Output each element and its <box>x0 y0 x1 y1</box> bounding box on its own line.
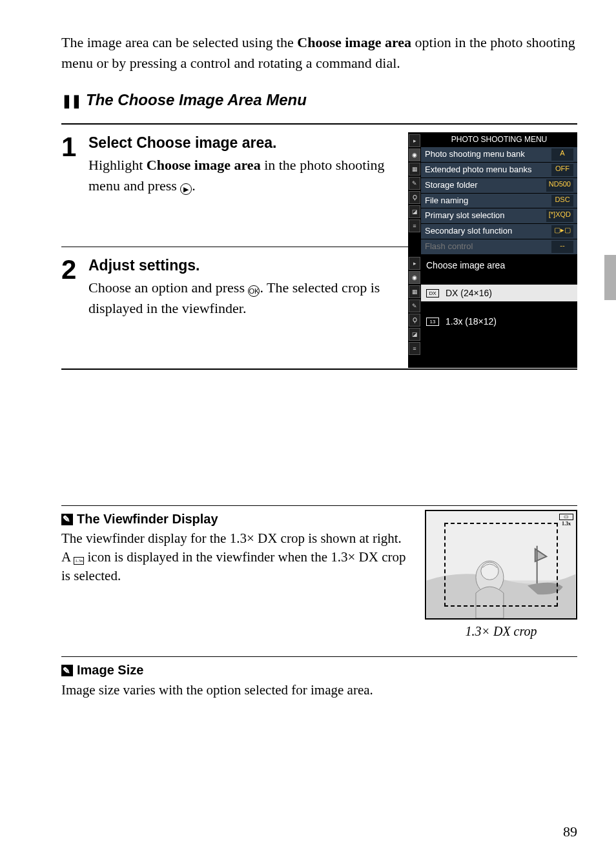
step-desc-a: Highlight <box>88 157 147 173</box>
intro-bold: Choose image area <box>297 34 411 50</box>
tab-icon: ▦ <box>409 163 420 176</box>
menu-row: Primary slot selection[*]XQD <box>421 208 577 224</box>
option-13x: 131.3x (18×12) <box>421 313 577 330</box>
step-1: 1 Select Choose image area. Highlight Ch… <box>61 125 577 247</box>
tab-icon: ▸ <box>409 134 420 147</box>
note-title-text: The Viewfinder Display <box>77 512 218 526</box>
menu-row-value: ND500 <box>546 179 573 192</box>
tab-icon: ◪ <box>409 328 420 341</box>
menu-row-value: A <box>551 148 573 161</box>
note-text: The Viewfinder Display The viewfinder di… <box>61 510 412 641</box>
section-heading: The Choose Image Area Menu <box>61 89 577 112</box>
intro-paragraph: The image area can be selected using the… <box>61 32 577 74</box>
note-viewfinder: The Viewfinder Display The viewfinder di… <box>61 505 577 641</box>
menu-row-label: Storage folder <box>425 179 478 192</box>
viewfinder-caption: 1.3× DX crop <box>425 622 577 641</box>
menu-row: Storage folderND500 <box>421 178 577 194</box>
note-title-text: Image Size <box>77 663 143 677</box>
note-body-b: icon is displayed in the viewfinder when… <box>61 549 406 583</box>
step-title-bold: Choose image area <box>136 134 272 151</box>
tab-icon: ◉ <box>409 148 420 161</box>
menu-row-label: Primary slot selection <box>425 210 505 222</box>
note-image-size: Image Size Image size varies with the op… <box>61 656 577 700</box>
tab-icon: Ϙ <box>409 314 420 327</box>
step-description: Choose an option and press OK. The selec… <box>88 278 396 319</box>
crop-frame <box>444 523 558 607</box>
intro-text-1: The image area can be selected using the <box>61 34 297 50</box>
menu-row: File namingDSC <box>421 194 577 209</box>
step-description: Highlight Choose image area in the photo… <box>88 155 396 196</box>
step-title-post: . <box>272 134 276 151</box>
step-title: Adjust settings. <box>88 255 396 276</box>
viewfinder-illustration: ▭ 1.3x 1.3× DX crop <box>425 510 577 641</box>
menu-row: Extended photo menu banksOFF <box>421 163 577 178</box>
tab-icon: ✎ <box>409 299 420 312</box>
steps-list: 1 Select Choose image area. Highlight Ch… <box>61 123 577 370</box>
menu-row: Secondary slot function▢▸▢ <box>421 224 577 239</box>
menu-row-label: File naming <box>425 195 468 207</box>
tab-icon: ≡ <box>409 342 420 355</box>
crop-icon: DX <box>426 289 439 298</box>
tab-icon: ◉ <box>409 271 420 284</box>
step-title: Select Choose image area. <box>88 132 396 154</box>
note-icon <box>61 665 73 676</box>
note-icon <box>61 514 73 525</box>
tab-icon: ◪ <box>409 205 420 218</box>
menu-row-value: OFF <box>551 164 573 176</box>
menu-row: Photo shooting menu bankA <box>421 147 577 163</box>
menu-row-label: Extended photo menu banks <box>425 164 532 176</box>
menu-row-label: Photo shooting menu bank <box>425 148 525 161</box>
page-edge-tab <box>604 255 616 300</box>
step-2: 2 Adjust settings. Choose an option and … <box>61 247 577 370</box>
notes-section: The Viewfinder Display The viewfinder di… <box>61 505 577 700</box>
menu-row-label: Secondary slot function <box>425 225 512 237</box>
menu-row-value: [*]XQD <box>546 210 573 222</box>
note-title: Image Size <box>61 661 577 680</box>
crop-indicator-icon: 1.3x <box>74 557 84 565</box>
menu-row-value: ▢▸▢ <box>551 225 573 237</box>
menu-title: PHOTO SHOOTING MENU <box>421 132 577 147</box>
option-label: DX (24×16) <box>446 287 492 299</box>
note-title: The Viewfinder Display <box>61 510 412 528</box>
crop-icon: 13 <box>426 318 439 326</box>
camera-menu-screenshot-2: ▸ ◉ ▦ ✎ Ϙ ◪ ≡ Choose image area DXDX (24… <box>408 255 577 368</box>
menu-content: Choose image area DXDX (24×16) 131.3x (1… <box>421 255 577 368</box>
viewfinder-frame: ▭ 1.3x <box>425 510 577 620</box>
badge-top: ▭ <box>559 514 573 520</box>
step-number: 2 <box>61 255 88 357</box>
menu-tab-strip: ▸ ◉ ▦ ✎ Ϙ ◪ ≡ <box>408 255 421 368</box>
page-number: 89 <box>563 822 577 842</box>
tab-icon: ✎ <box>409 177 420 190</box>
tab-icon: ▸ <box>409 257 420 270</box>
multi-selector-right-icon: ▶ <box>180 183 192 195</box>
step-desc-d: . <box>192 177 196 194</box>
crop-badge-icon: ▭ 1.3x <box>559 514 573 528</box>
step-desc-a: Choose an option and press <box>88 279 248 296</box>
ok-button-icon: OK <box>248 285 260 297</box>
option-dx: DXDX (24×16) <box>421 285 577 301</box>
step-title-pre: Select <box>88 134 136 151</box>
step-number: 1 <box>61 132 88 235</box>
tab-icon: ≡ <box>409 219 420 232</box>
tab-icon: Ϙ <box>409 191 420 204</box>
tab-icon: ▦ <box>409 285 420 298</box>
menu-row-value: DSC <box>551 195 573 207</box>
submenu-title: Choose image area <box>421 257 577 273</box>
step-desc-b: Choose image area <box>147 157 261 173</box>
option-label: 1.3x (18×12) <box>446 315 497 328</box>
note-body: Image size varies with the option select… <box>61 681 577 700</box>
badge-bottom: 1.3x <box>559 520 573 528</box>
